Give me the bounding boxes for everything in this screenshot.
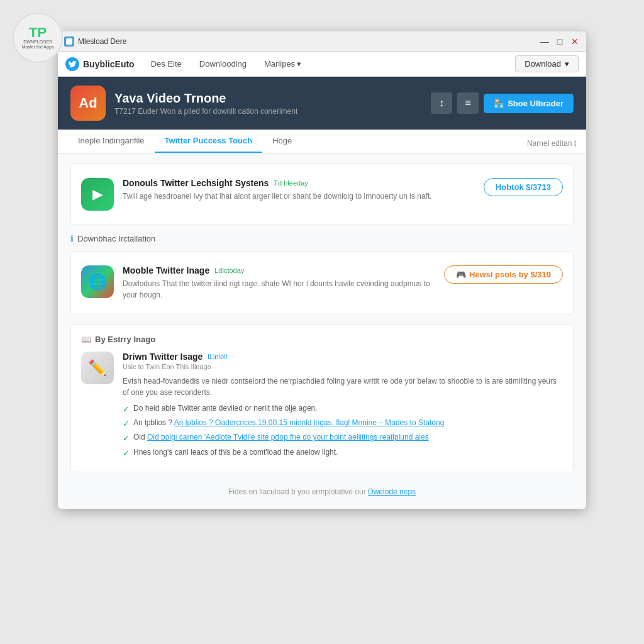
check-icon-1: ✓ xyxy=(123,418,130,430)
menu-brand: BuyblicEuto xyxy=(65,57,135,71)
featured-app-name: Driwn Twitter Isage xyxy=(123,352,203,362)
twitter-logo xyxy=(65,57,79,71)
sort-icon: ↕ xyxy=(439,97,444,109)
app-action-0: Hobtok $/3713 xyxy=(484,178,563,196)
app-icon-large: Ad xyxy=(70,86,106,121)
menu-item-2[interactable]: Marlipes ▾ xyxy=(260,57,305,71)
game-icon: 🎮 xyxy=(456,270,466,279)
app-item-1: 🌐 Mooble Twitter Inage Ldlctoday Dowlodu… xyxy=(81,262,563,304)
header-banner: Ad Yava Video Trnone T7217 Euder Won a p… xyxy=(58,77,586,130)
bullet-list: ✓ Do heid able Twitter ante deviled or n… xyxy=(123,403,563,459)
header-app-info: Ad Yava Video Trnone T7217 Euder Won a p… xyxy=(70,86,297,121)
price-button-0[interactable]: Hobtok $/3713 xyxy=(484,178,563,196)
window-controls: — □ ✕ xyxy=(540,36,580,47)
app-icon-0: ▶ xyxy=(81,178,114,211)
brand-name: BuyblicEuto xyxy=(83,59,135,69)
tab-2[interactable]: Hoge xyxy=(262,130,302,153)
app-badge-0: Td hleeday xyxy=(274,179,308,187)
app-logo: TP DWNPLOOES Master the Apps xyxy=(13,13,63,63)
menu-icon: ≡ xyxy=(465,97,470,109)
main-window: Mlesload Dere — □ ✕ BuyblicEuto Des Eite… xyxy=(58,31,586,509)
section-2: 🌐 Mooble Twitter Inage Ldlctoday Dowlodu… xyxy=(70,251,574,315)
minimize-button[interactable]: — xyxy=(540,36,550,47)
tabs-right-text: Narnel editan t xyxy=(527,139,576,153)
check-icon-3: ✓ xyxy=(123,448,130,459)
bullet-item-2: ✓ Old Old bolgi carnen 'Aedlote Tvidile … xyxy=(123,432,563,444)
price-button-1[interactable]: 🎮 Hewsl psols by $/319 xyxy=(444,265,563,284)
app-icon-1: 🌐 xyxy=(81,265,114,298)
featured-sub: Usic to Twin Eon This Ilinago xyxy=(123,363,563,370)
title-bar: Mlesload Dere — □ ✕ xyxy=(58,31,586,52)
menu-button[interactable]: ≡ xyxy=(457,92,479,114)
tab-0[interactable]: Ineple Indinganfile xyxy=(68,130,155,153)
store-icon: 🏪 xyxy=(494,99,504,108)
app-badge-1: Ldlctoday xyxy=(214,267,244,274)
featured-app-row: ✏️ Driwn Twitter Isage lLinloit Usic to … xyxy=(81,352,563,462)
svg-rect-0 xyxy=(66,38,72,45)
app-desc-0: Twill age hesdroanel lvy that lhat alont… xyxy=(123,191,475,202)
featured-desc: Evtsh head-fovandedis ve niedr contselor… xyxy=(123,375,563,398)
menu-bar: BuyblicEuto Des Eite Downlooding Marlipe… xyxy=(58,52,586,77)
tabs-bar: Ineple Indinganfile Twitter Puccess Touc… xyxy=(58,130,586,153)
check-icon-0: ✓ xyxy=(123,404,130,415)
chevron-down-icon: ▾ xyxy=(565,59,569,69)
info-icon: ℹ xyxy=(70,234,74,243)
featured-name-row: Driwn Twitter Isage lLinloit xyxy=(123,352,563,362)
sort-button[interactable]: ↕ xyxy=(431,92,452,114)
app-title-row-0: Donouls Twitter Lechsight Systens Td hle… xyxy=(123,178,475,188)
app-desc-1: Dowloduns That the twitter ilind rigt ra… xyxy=(123,278,435,301)
featured-badge: lLinloit xyxy=(208,353,227,360)
app-title-row-1: Mooble Twitter Inage Ldlctoday xyxy=(123,265,435,275)
tab-1[interactable]: Twitter Puccess Touch xyxy=(155,130,263,153)
section-3-header: 📖 By Estrry Inago xyxy=(81,335,563,344)
download-button[interactable]: Download ▾ xyxy=(515,55,579,72)
header-actions: ↕ ≡ 🏪 Sboe Ulbrader xyxy=(431,92,574,114)
featured-info: Driwn Twitter Isage lLinloit Usic to Twi… xyxy=(123,352,563,462)
footer-link[interactable]: Dwelode neps xyxy=(368,487,416,496)
bullet-item-3: ✓ Hnes long's canl leacs of this be a co… xyxy=(123,447,563,459)
link-1[interactable]: An lpblios ? Oadercrices.19.00.15 mionld… xyxy=(174,418,445,427)
content-area: ▶ Donouls Twitter Lechsight Systens Td h… xyxy=(58,153,586,509)
menu-item-1[interactable]: Downlooding xyxy=(196,57,250,71)
check-icon-2: ✓ xyxy=(123,433,130,444)
menu-item-0[interactable]: Des Eite xyxy=(147,57,186,71)
app-info-0: Donouls Twitter Lechsight Systens Td hle… xyxy=(123,178,475,202)
section-3: 📖 By Estrry Inago ✏️ Driwn Twitter Isage… xyxy=(70,324,574,472)
bullet-item-0: ✓ Do heid able Twitter ante deviled or n… xyxy=(123,403,563,415)
book-icon: 📖 xyxy=(81,335,91,344)
section-2-header: ℹ Downbhac Irctallation xyxy=(70,234,574,243)
app-info-1: Mooble Twitter Inage Ldlctoday Dowloduns… xyxy=(123,265,435,301)
maximize-button[interactable]: □ xyxy=(555,36,565,47)
close-button[interactable]: ✕ xyxy=(570,36,580,47)
header-app-sub: T7217 Euder Won a plied for downlll cati… xyxy=(114,107,297,116)
bullet-item-1: ✓ An lpblios ? An lpblios ? Oadercrices.… xyxy=(123,418,563,430)
window-icon xyxy=(64,36,74,47)
title-bar-left: Mlesload Dere xyxy=(64,36,126,47)
menu-items: Des Eite Downlooding Marlipes ▾ xyxy=(147,57,305,71)
logo-subtitle: DWNPLOOES Master the Apps xyxy=(22,40,54,50)
app-item-0: ▶ Donouls Twitter Lechsight Systens Td h… xyxy=(81,174,563,214)
app-name-0: Donouls Twitter Lechsight Systens xyxy=(123,178,269,188)
app-action-1: 🎮 Hewsl psols by $/319 xyxy=(444,265,563,284)
menu-bar-left: BuyblicEuto Des Eite Downlooding Marlipe… xyxy=(65,57,305,71)
logo-initials: TP xyxy=(29,26,47,40)
link-2[interactable]: Old bolgi carnen 'Aedlote Tvidile site p… xyxy=(147,433,429,441)
header-app-name: Yava Video Trnone xyxy=(114,91,297,106)
header-text: Yava Video Trnone T7217 Euder Won a plie… xyxy=(114,91,297,116)
app-name-1: Mooble Twitter Inage xyxy=(123,265,209,275)
featured-app-icon: ✏️ xyxy=(81,352,114,384)
window-title: Mlesload Dere xyxy=(78,37,126,46)
content-footer: Fides on llacuload b you ermplotative ou… xyxy=(70,481,574,499)
section-1: ▶ Donouls Twitter Lechsight Systens Td h… xyxy=(70,164,574,225)
tabs-left: Ineple Indinganfile Twitter Puccess Touc… xyxy=(68,130,302,153)
store-button[interactable]: 🏪 Sboe Ulbrader xyxy=(484,94,574,113)
